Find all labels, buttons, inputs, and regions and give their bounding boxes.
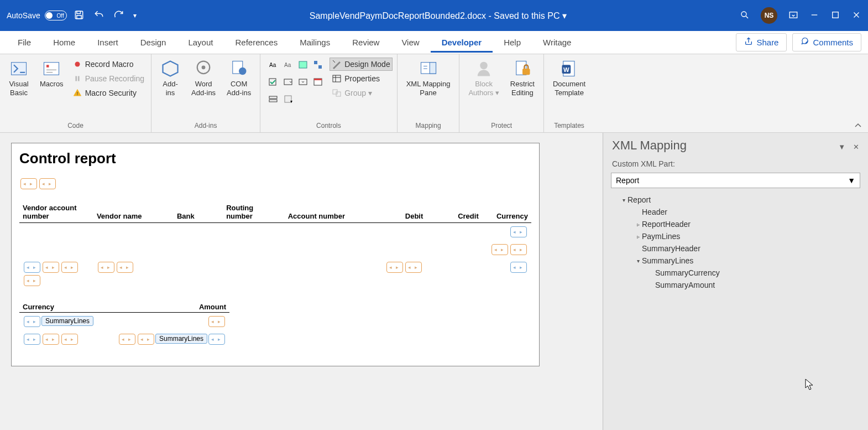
visual-basic-button[interactable]: Visual Basic: [4, 56, 33, 99]
tree-node-paymlines[interactable]: ▹PaymLines: [609, 230, 862, 242]
repeating-control-icon[interactable]: [267, 93, 279, 105]
document-title[interactable]: SampleVendPaymDocReportBounded2.docx - S…: [137, 11, 740, 21]
xml-mapping-pane-button[interactable]: XML Mapping Pane: [402, 56, 455, 99]
ribbon-display-icon[interactable]: [788, 10, 798, 22]
content-control-tag[interactable]: [61, 262, 78, 273]
document-template-button[interactable]: WDocument Template: [548, 56, 590, 99]
content-control-tag[interactable]: [43, 334, 59, 345]
tab-mailings[interactable]: Mailings: [289, 32, 341, 53]
autosave-toggle[interactable]: Off: [45, 11, 67, 20]
tab-insert[interactable]: Insert: [86, 32, 129, 53]
legacy-tools-icon[interactable]: ▾: [282, 93, 294, 105]
main-area: Control report Vendor account number Ven…: [0, 133, 868, 430]
col-credit: Credit: [426, 201, 482, 223]
redo-icon[interactable]: [113, 9, 124, 22]
tab-home[interactable]: Home: [42, 32, 86, 53]
content-control-tag[interactable]: [405, 262, 422, 273]
tab-writage[interactable]: Writage: [532, 32, 582, 53]
content-control-tag[interactable]: [98, 262, 114, 273]
custom-xml-part-label: Custom XML Part:: [603, 157, 868, 170]
picture-control-icon[interactable]: [297, 59, 309, 71]
autosave-control[interactable]: AutoSave Off: [7, 11, 67, 20]
tab-references[interactable]: References: [224, 32, 289, 53]
tree-node-header[interactable]: Header: [609, 206, 862, 218]
close-icon[interactable]: [851, 10, 861, 22]
com-addins-button[interactable]: COM Add-ins: [222, 56, 255, 99]
combobox-control-icon[interactable]: [282, 76, 294, 88]
content-control-tag[interactable]: [20, 178, 37, 189]
content-control-tag[interactable]: [117, 262, 133, 273]
share-button[interactable]: Share: [736, 33, 787, 51]
undo-icon[interactable]: [93, 9, 104, 22]
content-control-tag[interactable]: [510, 226, 527, 237]
search-icon[interactable]: [740, 10, 750, 22]
table-row: [19, 258, 531, 289]
save-icon[interactable]: [74, 9, 85, 22]
tab-review[interactable]: Review: [341, 32, 390, 53]
content-control-tag[interactable]: [43, 262, 59, 273]
tab-developer[interactable]: Developer: [431, 32, 493, 53]
comments-button[interactable]: Comments: [792, 33, 861, 51]
pane-close-icon[interactable]: ✕: [853, 143, 859, 151]
content-control-tag[interactable]: [208, 334, 225, 345]
tab-layout[interactable]: Layout: [177, 32, 224, 53]
maximize-icon[interactable]: [830, 10, 840, 22]
summarylines-control[interactable]: SummaryLines: [41, 316, 93, 326]
content-control-tag[interactable]: [208, 316, 225, 327]
chevron-down-icon: ▼: [848, 176, 855, 185]
content-control-tag[interactable]: [24, 262, 40, 273]
content-control-tag[interactable]: [119, 334, 135, 345]
content-control-tag[interactable]: [491, 244, 508, 255]
addins-button[interactable]: Add- ins: [156, 56, 185, 99]
richtext-control-icon[interactable]: Aa: [267, 59, 279, 71]
tab-design[interactable]: Design: [129, 32, 177, 53]
macro-security-button[interactable]: ! Macro Security: [70, 86, 147, 100]
tree-node-summaryheader[interactable]: SummaryHeader: [609, 242, 862, 255]
content-control-tag[interactable]: [24, 334, 40, 345]
macros-button[interactable]: Macros: [35, 56, 68, 91]
block-authors-button[interactable]: Block Authors ▾: [464, 56, 503, 99]
content-control-tag[interactable]: [24, 316, 40, 327]
svg-rect-7: [44, 63, 59, 75]
plaintext-control-icon[interactable]: Aa: [282, 59, 294, 71]
properties-button[interactable]: Properties: [330, 72, 393, 85]
content-control-tag[interactable]: [386, 262, 403, 273]
restrict-editing-button[interactable]: Restrict Editing: [506, 56, 539, 99]
collapse-ribbon-icon[interactable]: [848, 54, 868, 132]
tab-file[interactable]: File: [7, 32, 42, 53]
content-control-tag[interactable]: [510, 244, 527, 255]
tree-node-summarylines[interactable]: ▾SummaryLines: [609, 255, 862, 267]
content-control-tag[interactable]: [138, 334, 154, 345]
record-macro-button[interactable]: Record Macro: [70, 58, 147, 71]
tree-node-report[interactable]: ▾Report: [609, 194, 862, 206]
table-row: SummaryLines: [19, 330, 229, 348]
minimize-icon[interactable]: [809, 10, 819, 22]
buildingblock-control-icon[interactable]: [312, 59, 324, 71]
pane-options-icon[interactable]: ▼: [838, 143, 845, 151]
content-control-tag[interactable]: [510, 262, 527, 273]
word-addins-button[interactable]: Word Add-ins: [187, 56, 220, 99]
summarylines-control[interactable]: SummaryLines: [155, 334, 207, 344]
design-mode-button[interactable]: Design Mode: [330, 58, 393, 71]
tab-help[interactable]: Help: [493, 32, 532, 53]
checkbox-control-icon[interactable]: [267, 76, 279, 88]
tree-node-summarycurrency[interactable]: SummaryCurrency: [609, 267, 862, 279]
content-control-tag[interactable]: [39, 178, 56, 189]
tree-node-summaryamount[interactable]: SummaryAmount: [609, 279, 862, 291]
date-control-icon[interactable]: [312, 76, 324, 88]
tab-view[interactable]: View: [390, 32, 430, 53]
svg-marker-13: [163, 61, 178, 76]
document-page: Control report Vendor account number Ven…: [11, 143, 540, 366]
svg-text:Aa: Aa: [284, 62, 291, 68]
dropdown-control-icon[interactable]: [297, 76, 309, 88]
quick-access-toolbar: ▾: [74, 9, 137, 22]
tree-node-reportheader[interactable]: ▹ReportHeader: [609, 218, 862, 230]
col-account: Account number: [285, 201, 353, 223]
content-control-tag[interactable]: [61, 334, 78, 345]
custom-xml-part-select[interactable]: Report ▼: [611, 173, 860, 188]
col-currency: Currency: [482, 201, 531, 223]
svg-rect-2: [77, 15, 81, 18]
user-avatar[interactable]: NS: [761, 7, 777, 24]
document-area[interactable]: Control report Vendor account number Ven…: [0, 133, 603, 430]
content-control-tag[interactable]: [24, 275, 40, 286]
